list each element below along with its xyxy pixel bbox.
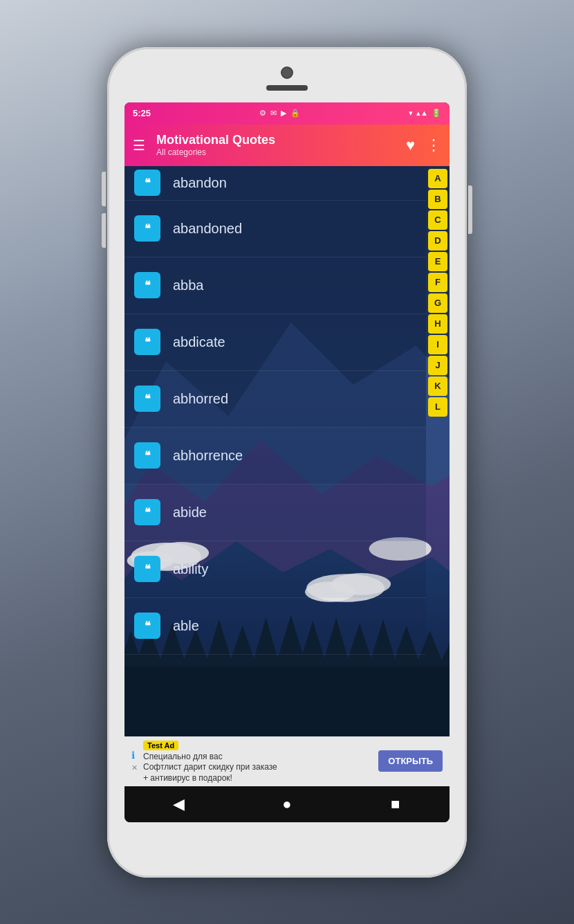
word-icon: ❝: [134, 215, 160, 242]
app-title: Motivational Quotes: [156, 133, 406, 148]
app-subtitle: All categories: [156, 147, 406, 157]
signal-icon: ▴▲: [416, 109, 428, 118]
toolbar: ☰ Motivational Quotes All categories ♥ ⋮: [124, 125, 450, 166]
word-icon: ❝: [134, 613, 160, 639]
ad-info-icon: ℹ: [131, 750, 135, 761]
word-icon: ❝: [134, 170, 160, 196]
word-text: able: [173, 618, 199, 634]
toolbar-actions: ♥ ⋮: [406, 136, 441, 154]
alpha-letter-k[interactable]: K: [428, 377, 447, 396]
list-item[interactable]: ❝ abandoned: [124, 201, 426, 257]
word-icon: ❝: [134, 442, 160, 469]
word-text: abba: [173, 278, 204, 293]
list-item[interactable]: ❝ abba: [124, 257, 426, 314]
alpha-letter-c[interactable]: C: [428, 210, 447, 230]
ad-banner: ℹ ✕ Test Ad Специально для вас Софтлист …: [124, 736, 450, 786]
alpha-letter-b[interactable]: B: [428, 190, 447, 209]
phone-device: 5:25 ⚙ ✉ ▶ 🔒 ▾ ▴▲ 🔋 ☰ Motivational Quote…: [107, 47, 467, 878]
settings-icon: ⚙: [259, 109, 266, 118]
mail-icon: ✉: [270, 109, 277, 118]
volume-up-button[interactable]: [102, 172, 106, 206]
more-icon[interactable]: ⋮: [426, 136, 441, 154]
svg-rect-4: [124, 666, 450, 736]
alphabet-sidebar: A B C D E F G H I J K L: [426, 166, 450, 736]
word-list: ❝ abandon ❝ abandoned ❝ abba: [124, 166, 426, 655]
status-icons-left: ⚙ ✉ ▶ 🔒: [259, 109, 300, 118]
menu-icon[interactable]: ☰: [133, 137, 145, 154]
list-item[interactable]: ❝ abhorrence: [124, 428, 426, 484]
ad-title: Специально для вас Софтлист дарит скидку…: [143, 752, 378, 784]
word-icon: ❝: [134, 272, 160, 298]
speaker: [266, 85, 308, 91]
word-text: abide: [173, 505, 207, 520]
phone-screen: 5:25 ⚙ ✉ ▶ 🔒 ▾ ▴▲ 🔋 ☰ Motivational Quote…: [124, 102, 450, 822]
wifi-icon: ▾: [409, 109, 413, 118]
recents-button[interactable]: ■: [382, 790, 409, 818]
battery-icon: 🔋: [432, 109, 441, 118]
list-item[interactable]: ❝ abide: [124, 484, 426, 541]
word-text: abandoned: [173, 221, 242, 237]
phone-top: [107, 47, 467, 102]
alpha-letter-f[interactable]: F: [428, 273, 447, 292]
status-time: 5:25: [133, 108, 151, 118]
word-text: ability: [173, 561, 208, 577]
lock-icon: 🔒: [290, 109, 300, 118]
volume-down-button[interactable]: [102, 213, 106, 248]
alpha-letter-j[interactable]: J: [428, 356, 447, 375]
content-area: ❝ abandon ❝ abandoned ❝ abba: [124, 166, 450, 736]
alpha-letter-l[interactable]: L: [428, 397, 447, 417]
play-icon: ▶: [281, 109, 286, 118]
word-text: abhorred: [173, 391, 228, 407]
ad-open-button[interactable]: ОТКРЫТЬ: [378, 750, 443, 772]
word-text: abhorrence: [173, 448, 243, 464]
alpha-letter-i[interactable]: I: [428, 335, 447, 354]
word-text: abdicate: [173, 334, 225, 350]
toolbar-title-block: Motivational Quotes All categories: [156, 133, 406, 158]
power-button[interactable]: [468, 185, 472, 234]
home-button[interactable]: ●: [273, 790, 301, 818]
favorite-icon[interactable]: ♥: [406, 136, 415, 154]
list-item[interactable]: ❝ abdicate: [124, 314, 426, 371]
list-item[interactable]: ❝ abandon: [124, 166, 426, 201]
back-button[interactable]: ◀: [165, 790, 192, 818]
list-item[interactable]: ❝ able: [124, 598, 426, 655]
word-icon: ❝: [134, 556, 160, 582]
camera: [281, 66, 293, 79]
list-item[interactable]: ❝ abhorred: [124, 371, 426, 428]
ad-close-icon[interactable]: ✕: [131, 763, 138, 772]
alpha-letter-d[interactable]: D: [428, 231, 447, 251]
word-icon: ❝: [134, 386, 160, 412]
word-icon: ❝: [134, 499, 160, 525]
navigation-bar: ◀ ● ■: [124, 786, 450, 822]
status-icons-right: ▾ ▴▲ 🔋: [409, 109, 441, 118]
alpha-letter-g[interactable]: G: [428, 293, 447, 313]
ad-test-label: Test Ad: [143, 741, 178, 750]
alpha-letter-a[interactable]: A: [428, 169, 447, 188]
word-icon: ❝: [134, 329, 160, 355]
list-item[interactable]: ❝ ability: [124, 541, 426, 598]
alpha-letter-e[interactable]: E: [428, 252, 447, 271]
word-text: abandon: [173, 175, 227, 191]
status-bar: 5:25 ⚙ ✉ ▶ 🔒 ▾ ▴▲ 🔋: [124, 102, 450, 125]
ad-info-col: Test Ad Специально для вас Софтлист дари…: [143, 739, 378, 784]
ad-icon-col: ℹ ✕: [131, 750, 138, 772]
alpha-letter-h[interactable]: H: [428, 314, 447, 334]
